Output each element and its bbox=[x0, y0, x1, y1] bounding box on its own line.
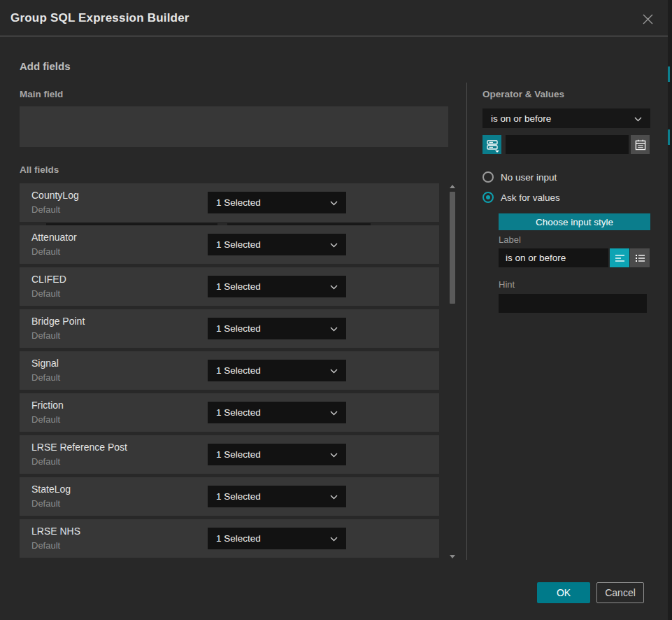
field-sub-label: Default bbox=[31, 456, 60, 467]
field-name: Bridge Point bbox=[31, 316, 85, 327]
label-input[interactable] bbox=[499, 248, 608, 267]
field-row: LRSE NHS Default 1 Selected bbox=[20, 519, 439, 558]
dialog-title: Group SQL Expression Builder bbox=[10, 11, 190, 25]
scrollbar-thumb[interactable] bbox=[450, 192, 455, 304]
field-row: CLIFED Default 1 Selected bbox=[20, 267, 439, 306]
fields-list-scrollbar[interactable] bbox=[449, 183, 456, 560]
field-row: Attenuator Default 1 Selected bbox=[20, 225, 439, 264]
cancel-button[interactable]: Cancel bbox=[596, 582, 644, 603]
chevron-down-icon bbox=[330, 407, 338, 418]
chevron-down-icon bbox=[330, 281, 338, 292]
operator-select-value: is on or before bbox=[491, 113, 629, 124]
radio-no-user-input-label: No user input bbox=[501, 172, 557, 183]
chevron-down-icon bbox=[330, 533, 338, 544]
field-sub-label: Default bbox=[31, 246, 60, 257]
field-stack-icon bbox=[487, 140, 498, 150]
field-selected-dropdown-label: 1 Selected bbox=[216, 533, 324, 544]
field-row: Bridge Point Default 1 Selected bbox=[20, 309, 439, 348]
calendar-icon bbox=[635, 139, 646, 150]
field-selected-dropdown[interactable]: 1 Selected bbox=[208, 486, 346, 507]
field-row: Signal Default 1 Selected bbox=[20, 351, 439, 390]
field-selected-dropdown[interactable]: 1 Selected bbox=[208, 360, 346, 381]
field-name: CLIFED bbox=[31, 274, 66, 285]
radio-checked-icon bbox=[482, 192, 494, 203]
field-sub-label: Default bbox=[31, 330, 60, 341]
field-sub-label: Default bbox=[31, 540, 60, 551]
field-row: LRSE Reference Post Default 1 Selected bbox=[20, 435, 439, 474]
edge-accent-fragment bbox=[668, 129, 670, 145]
field-name: StateLog bbox=[31, 484, 71, 495]
main-field-panel: CountyLog | Default From Date bbox=[20, 106, 448, 147]
field-selected-dropdown[interactable]: 1 Selected bbox=[208, 444, 346, 465]
scroll-down-icon[interactable] bbox=[450, 555, 455, 558]
field-row: Friction Default 1 Selected bbox=[20, 393, 439, 432]
group-sql-expression-builder-dialog: Group SQL Expression Builder Add fields … bbox=[0, 0, 672, 620]
field-row: StateLog Default 1 Selected bbox=[20, 477, 439, 516]
chevron-down-icon bbox=[330, 323, 338, 334]
chevron-down-icon bbox=[634, 113, 642, 124]
bulleted-list-icon bbox=[635, 254, 645, 262]
underlying-app-edge bbox=[668, 0, 672, 620]
all-fields-list: CountyLog Default 1 Selected Attenuator … bbox=[20, 183, 439, 561]
ok-button[interactable]: OK bbox=[537, 582, 590, 603]
field-selected-dropdown-label: 1 Selected bbox=[216, 239, 324, 250]
field-name: LRSE NHS bbox=[31, 526, 80, 537]
scroll-up-icon[interactable] bbox=[450, 185, 455, 188]
main-field-heading: Main field bbox=[20, 89, 63, 99]
field-selected-dropdown-label: 1 Selected bbox=[216, 491, 324, 502]
field-name: Friction bbox=[31, 400, 64, 411]
choose-input-style-button[interactable]: Choose input style bbox=[499, 213, 650, 230]
field-selected-dropdown-label: 1 Selected bbox=[216, 281, 324, 292]
field-selected-dropdown[interactable]: 1 Selected bbox=[208, 234, 346, 255]
operator-values-heading: Operator & Values bbox=[482, 89, 564, 99]
align-left-icon bbox=[615, 254, 625, 262]
dialog-titlebar: Group SQL Expression Builder bbox=[0, 0, 672, 36]
label-caption: Label bbox=[499, 234, 521, 245]
edge-accent-fragment bbox=[668, 66, 670, 82]
hint-input[interactable] bbox=[499, 294, 647, 313]
field-selected-dropdown-label: 1 Selected bbox=[216, 449, 324, 460]
field-selected-dropdown-label: 1 Selected bbox=[216, 365, 324, 376]
radio-ask-for-values[interactable]: Ask for values bbox=[482, 192, 560, 203]
hint-caption: Hint bbox=[499, 279, 515, 290]
chevron-down-icon bbox=[330, 239, 338, 250]
operator-select[interactable]: is on or before bbox=[482, 108, 650, 128]
chevron-down-icon bbox=[330, 491, 338, 502]
date-picker-button[interactable] bbox=[631, 135, 650, 154]
field-name: LRSE Reference Post bbox=[31, 442, 127, 453]
add-fields-heading: Add fields bbox=[20, 60, 71, 72]
list-input-style-button[interactable] bbox=[630, 248, 650, 267]
field-sub-label: Default bbox=[31, 288, 60, 299]
close-icon[interactable] bbox=[638, 10, 657, 28]
field-row: CountyLog Default 1 Selected bbox=[20, 183, 439, 222]
field-selected-dropdown-label: 1 Selected bbox=[216, 197, 324, 208]
chevron-down-icon bbox=[330, 449, 338, 460]
radio-no-user-input[interactable]: No user input bbox=[482, 171, 557, 183]
field-name: CountyLog bbox=[31, 190, 79, 201]
radio-ask-for-values-label: Ask for values bbox=[501, 192, 560, 203]
single-line-input-style-button[interactable] bbox=[610, 248, 629, 267]
field-sub-label: Default bbox=[31, 414, 60, 425]
field-selected-dropdown-label: 1 Selected bbox=[216, 323, 324, 334]
field-sub-label: Default bbox=[31, 372, 60, 383]
radio-unchecked-icon bbox=[482, 171, 494, 183]
field-selected-dropdown[interactable]: 1 Selected bbox=[208, 192, 346, 213]
field-selected-dropdown[interactable]: 1 Selected bbox=[208, 318, 346, 339]
field-selected-dropdown[interactable]: 1 Selected bbox=[208, 276, 346, 297]
field-sub-label: Default bbox=[31, 498, 60, 509]
field-name: Attenuator bbox=[31, 232, 77, 243]
mini-caret-icon bbox=[495, 150, 499, 153]
field-selected-dropdown-label: 1 Selected bbox=[216, 407, 324, 418]
chevron-down-icon bbox=[330, 365, 338, 376]
value-input[interactable] bbox=[506, 135, 629, 154]
field-selected-dropdown[interactable]: 1 Selected bbox=[208, 528, 346, 549]
vertical-divider bbox=[466, 83, 467, 560]
field-sub-label: Default bbox=[31, 204, 60, 215]
all-fields-heading: All fields bbox=[20, 164, 59, 175]
value-source-toggle-button[interactable] bbox=[482, 135, 501, 154]
field-name: Signal bbox=[31, 358, 59, 369]
chevron-down-icon bbox=[330, 197, 338, 208]
field-selected-dropdown[interactable]: 1 Selected bbox=[208, 402, 346, 423]
